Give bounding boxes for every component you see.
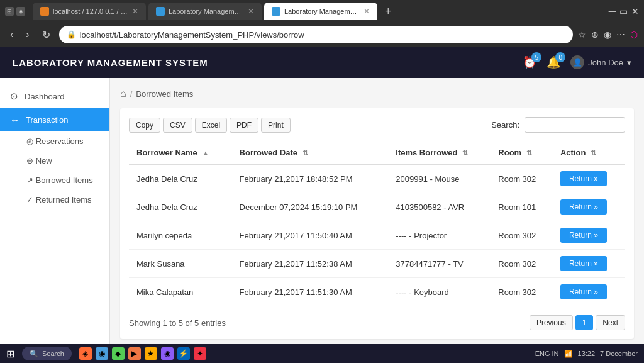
start-button[interactable]: ⊞ bbox=[6, 348, 14, 360]
return-button[interactable]: Return » bbox=[560, 228, 607, 243]
tab-favicon-3 bbox=[272, 7, 280, 16]
col-date-label: Borrowed Date bbox=[240, 148, 297, 157]
pdf-button[interactable]: PDF bbox=[230, 118, 258, 133]
taskbar-date: 7 December bbox=[600, 350, 638, 357]
table-header-row: Borrower Name ▲ Borrowed Date ⇅ Items Bo… bbox=[129, 142, 625, 164]
col-items-borrowed[interactable]: Items Borrowed ⇅ bbox=[388, 142, 491, 164]
system-icon2: ◈ bbox=[16, 7, 25, 16]
sidebar-item-transaction[interactable]: ↔ Transaction bbox=[0, 108, 109, 131]
clock-icon-group[interactable]: ⏰ 5 bbox=[523, 55, 536, 69]
page-1-btn[interactable]: 1 bbox=[575, 315, 594, 330]
sidebar-item-reservations[interactable]: ◎ Reservations bbox=[0, 131, 109, 151]
minimize-btn[interactable]: ─ bbox=[609, 6, 616, 16]
showing-text: Showing 1 to 5 of 5 entries bbox=[129, 318, 226, 328]
sidebar-item-new[interactable]: ⊕ New bbox=[0, 151, 109, 170]
table-toolbar: Copy CSV Excel PDF Print Search: bbox=[129, 117, 625, 133]
cell-items: ---- - Keyboard bbox=[388, 278, 491, 306]
sidebar-label-dashboard: Dashboard bbox=[25, 92, 65, 101]
previous-btn[interactable]: Previous bbox=[530, 315, 573, 330]
browser-tab-2[interactable]: Laboratory Management System ✕ bbox=[148, 3, 262, 20]
sort-icon-room: ⇅ bbox=[526, 149, 532, 157]
app-body: ⊙ Dashboard ↔ Transaction ◎ Reservations… bbox=[0, 78, 644, 344]
pagination-row: Showing 1 to 5 of 5 entries Previous 1 N… bbox=[129, 315, 625, 330]
taskbar-icon-5[interactable]: ★ bbox=[145, 347, 157, 360]
tab-close-1[interactable]: ✕ bbox=[132, 7, 138, 16]
cell-date: February 21,2017 11:51:30 AM bbox=[232, 278, 389, 306]
sort-icon-action: ⇅ bbox=[591, 149, 596, 157]
col-action[interactable]: Action ⇅ bbox=[553, 142, 625, 164]
excel-button[interactable]: Excel bbox=[195, 118, 227, 133]
sidebar-item-borrowed-items[interactable]: ↗ Borrowed Items bbox=[0, 170, 109, 190]
taskbar-icon-6[interactable]: ◉ bbox=[161, 347, 174, 360]
col-action-label: Action bbox=[560, 148, 586, 157]
bell-icon-group[interactable]: 🔔 0 bbox=[547, 55, 560, 69]
tab-close-3[interactable]: ✕ bbox=[364, 7, 370, 16]
user-avatar: 👤 bbox=[570, 55, 584, 69]
return-button[interactable]: Return » bbox=[560, 171, 607, 186]
browser-tab-3[interactable]: Laboratory Management System ✕ bbox=[264, 3, 377, 20]
back-btn[interactable]: ‹ bbox=[6, 26, 17, 43]
taskbar-icon-3[interactable]: ◆ bbox=[112, 347, 125, 360]
col-room-label: Room bbox=[498, 148, 521, 157]
search-label: Search: bbox=[491, 120, 519, 130]
tab-label-1: localhost / 127.0.0.1 / lms19 / us... bbox=[53, 8, 128, 15]
taskbar-icon-7[interactable]: ⚡ bbox=[177, 347, 190, 360]
col-items-label: Items Borrowed bbox=[396, 148, 457, 157]
user-menu[interactable]: 👤 John Doe ▾ bbox=[570, 55, 631, 69]
search-input[interactable] bbox=[525, 117, 625, 133]
return-button[interactable]: Return » bbox=[560, 199, 607, 215]
sort-icon-date: ⇅ bbox=[303, 149, 308, 157]
sort-icon-items: ⇅ bbox=[462, 149, 468, 157]
sidebar: ⊙ Dashboard ↔ Transaction ◎ Reservations… bbox=[0, 78, 110, 344]
profile-icon[interactable]: ◉ bbox=[604, 30, 611, 40]
col-borrower-label: Borrower Name bbox=[136, 148, 197, 157]
taskbar-icon-1[interactable]: ◈ bbox=[79, 347, 92, 360]
tab-favicon-2 bbox=[156, 7, 165, 16]
return-button[interactable]: Return » bbox=[560, 284, 607, 299]
taskbar-icon-8[interactable]: ✦ bbox=[194, 347, 206, 360]
taskbar-lang: ENG IN bbox=[535, 350, 559, 357]
taskbar-icon-2[interactable]: ◉ bbox=[96, 347, 108, 360]
home-icon[interactable]: ⌂ bbox=[120, 88, 126, 99]
cell-room: Room 302 bbox=[491, 164, 553, 193]
table-container: Copy CSV Excel PDF Print Search: Borrowe… bbox=[120, 108, 634, 339]
print-button[interactable]: Print bbox=[261, 118, 291, 133]
col-room[interactable]: Room ⇅ bbox=[491, 142, 553, 164]
return-button[interactable]: Return » bbox=[560, 256, 607, 271]
copy-button[interactable]: Copy bbox=[129, 118, 160, 133]
taskbar-wifi-icon: 📶 bbox=[564, 350, 573, 358]
address-bar[interactable]: 🔒 localhost/t/LaboratoryManagementSystem… bbox=[59, 26, 573, 43]
more-icon[interactable]: ⋯ bbox=[616, 30, 625, 40]
breadcrumb-page: Borrowed Items bbox=[136, 89, 193, 99]
reload-btn[interactable]: ↻ bbox=[38, 26, 54, 43]
col-borrower-name[interactable]: Borrower Name ▲ bbox=[129, 142, 232, 164]
col-borrowed-date[interactable]: Borrowed Date ⇅ bbox=[232, 142, 389, 164]
tab-label-3: Laboratory Management System bbox=[284, 8, 360, 15]
new-tab-btn[interactable]: + bbox=[385, 5, 392, 18]
cell-action: Return » bbox=[553, 193, 625, 221]
taskbar-left: ⊞ 🔍 Search ◈ ◉ ◆ ▶ ★ ◉ ⚡ ✦ bbox=[6, 347, 206, 360]
borrowed-items-table: Borrower Name ▲ Borrowed Date ⇅ Items Bo… bbox=[129, 142, 625, 306]
cell-room: Room 101 bbox=[491, 193, 553, 221]
taskbar-icon-4[interactable]: ▶ bbox=[128, 347, 141, 360]
taskbar-search[interactable]: 🔍 Search bbox=[22, 347, 72, 360]
sidebar-item-returned-items[interactable]: ✓ Returned Items bbox=[0, 190, 109, 209]
extensions-icon[interactable]: ⊕ bbox=[591, 30, 599, 40]
edge-icon[interactable]: ⬡ bbox=[630, 30, 638, 40]
clock-badge: 5 bbox=[531, 52, 541, 62]
tab-favicon-1 bbox=[40, 7, 49, 16]
next-btn[interactable]: Next bbox=[596, 315, 625, 330]
cell-action: Return » bbox=[553, 164, 625, 193]
export-btn-group: Copy CSV Excel PDF Print bbox=[129, 118, 291, 133]
sidebar-item-dashboard[interactable]: ⊙ Dashboard bbox=[0, 84, 109, 108]
forward-btn[interactable]: › bbox=[22, 26, 33, 43]
bookmark-icon[interactable]: ☆ bbox=[578, 30, 586, 40]
close-btn[interactable]: ✕ bbox=[631, 6, 639, 16]
csv-button[interactable]: CSV bbox=[163, 118, 192, 133]
cell-action: Return » bbox=[553, 250, 625, 278]
restore-btn[interactable]: ▭ bbox=[619, 6, 628, 16]
tab-close-2[interactable]: ✕ bbox=[248, 7, 254, 16]
browser-tab-1[interactable]: localhost / 127.0.0.1 / lms19 / us... ✕ bbox=[33, 3, 146, 20]
dashboard-icon: ⊙ bbox=[10, 91, 18, 102]
new-icon: ⊕ bbox=[26, 156, 33, 165]
